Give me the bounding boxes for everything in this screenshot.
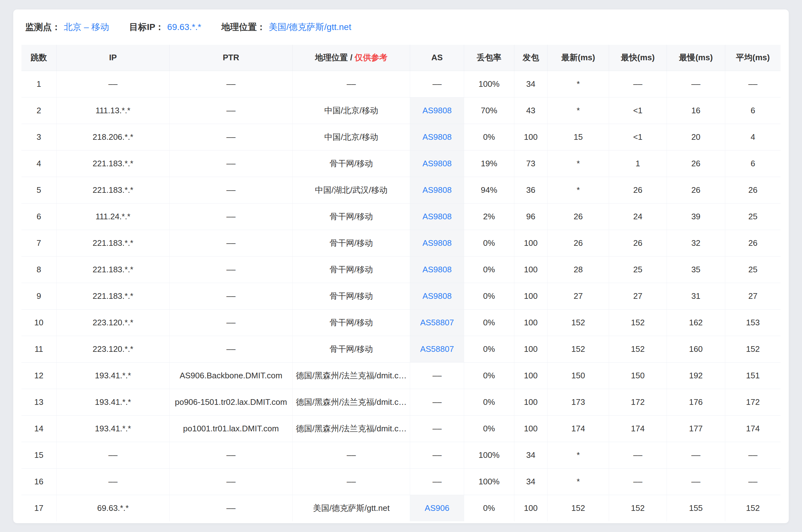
cell-avg: 152 (725, 336, 781, 362)
as-number-link[interactable]: AS58807 (420, 318, 454, 327)
cell-sent: 36 (514, 177, 547, 203)
cell-ip: 69.63.*.* (56, 495, 169, 521)
cell-avg: –– (725, 442, 781, 468)
as-number-link[interactable]: AS9808 (422, 238, 452, 248)
as-number-link[interactable]: AS906 (425, 503, 449, 513)
cell-latest: * (547, 150, 609, 177)
column-header-loss: 丢包率 (464, 45, 514, 71)
cell-ptr: –– (169, 150, 292, 177)
table-row: 3218.206.*.*––中国/北京/移动AS98080%10015<1204 (21, 124, 781, 150)
monitor-point-value[interactable]: 北京 – 移动 (64, 21, 109, 33)
cell-slowest: 26 (667, 177, 725, 203)
column-header-geo-note: 仅供参考 (354, 53, 387, 62)
cell-hop: 10 (21, 309, 56, 336)
cell-as: AS9808 (410, 150, 464, 177)
cell-as: –– (410, 415, 464, 442)
as-number-link[interactable]: AS9808 (422, 106, 452, 115)
cell-sent: 100 (514, 336, 547, 362)
cell-slowest: 176 (667, 389, 725, 415)
cell-ip: –– (56, 442, 169, 468)
column-header-avg: 平均(ms) (725, 45, 781, 71)
cell-sent: 100 (514, 230, 547, 256)
traceroute-table: 跳数 IP PTR 地理位置 / 仅供参考 AS 丢包率 发包 最新(ms) 最… (21, 45, 781, 521)
geo-location-value[interactable]: 美国/德克萨斯/gtt.net (269, 21, 351, 33)
cell-geo: 中国/湖北/武汉/移动 (292, 177, 410, 203)
cell-fastest: 150 (609, 362, 667, 389)
cell-ip: 218.206.*.* (56, 124, 169, 150)
cell-sent: 100 (514, 124, 547, 150)
cell-hop: 16 (21, 468, 56, 495)
cell-loss: 100% (464, 442, 514, 468)
table-row: 16––––––––100%34*–––––– (21, 468, 781, 495)
cell-fastest: 24 (609, 203, 667, 230)
table-row: 2111.13.*.*––中国/北京/移动AS980870%43*<1166 (21, 97, 781, 124)
cell-as: AS9808 (410, 230, 464, 256)
table-row: 8221.183.*.*––骨干网/移动AS98080%10028253525 (21, 256, 781, 283)
cell-avg: 151 (725, 362, 781, 389)
as-number-link[interactable]: AS9808 (422, 159, 452, 168)
table-row: 5221.183.*.*––中国/湖北/武汉/移动AS980894%36*262… (21, 177, 781, 203)
cell-latest: 15 (547, 124, 609, 150)
cell-as: AS58807 (410, 309, 464, 336)
cell-loss: 94% (464, 177, 514, 203)
cell-loss: 0% (464, 389, 514, 415)
cell-geo: –– (292, 442, 410, 468)
cell-avg: 25 (725, 203, 781, 230)
cell-slowest: 39 (667, 203, 725, 230)
cell-latest: 152 (547, 336, 609, 362)
cell-as: AS9808 (410, 124, 464, 150)
target-ip-value[interactable]: 69.63.*.* (167, 22, 201, 32)
table-row: 7221.183.*.*––骨干网/移动AS98080%10026263226 (21, 230, 781, 256)
cell-geo: –– (292, 71, 410, 97)
as-number-link[interactable]: AS9808 (422, 212, 452, 221)
as-number-link[interactable]: AS9808 (422, 291, 452, 301)
as-number-link[interactable]: AS9808 (422, 132, 452, 142)
column-header-slowest: 最慢(ms) (667, 45, 725, 71)
column-header-ip: IP (56, 45, 169, 71)
as-number-link[interactable]: AS9808 (422, 265, 452, 274)
cell-ptr: –– (169, 203, 292, 230)
table-row: 6111.24.*.*––骨干网/移动AS98082%9626243925 (21, 203, 781, 230)
cell-as: AS9808 (410, 177, 464, 203)
cell-latest: 26 (547, 230, 609, 256)
cell-ptr: AS906.Backbone.DMIT.com (169, 362, 292, 389)
cell-latest: 173 (547, 389, 609, 415)
traceroute-card: 监测点： 北京 – 移动 目标IP： 69.63.*.* 地理位置： 美国/德克… (13, 10, 789, 523)
target-ip-group: 目标IP： 69.63.*.* (129, 21, 201, 33)
traceroute-summary-bar: 监测点： 北京 – 移动 目标IP： 69.63.*.* 地理位置： 美国/德克… (21, 10, 781, 45)
cell-avg: 26 (725, 177, 781, 203)
cell-slowest: –– (667, 468, 725, 495)
cell-sent: 73 (514, 150, 547, 177)
cell-ptr: –– (169, 309, 292, 336)
monitor-point-group: 监测点： 北京 – 移动 (25, 21, 109, 33)
cell-avg: –– (725, 71, 781, 97)
cell-loss: 0% (464, 336, 514, 362)
as-number-link[interactable]: AS58807 (420, 344, 454, 354)
cell-as: –– (410, 71, 464, 97)
cell-geo: 德国/黑森州/法兰克福/dmit.c… (292, 362, 410, 389)
cell-ip: –– (56, 468, 169, 495)
cell-latest: 27 (547, 283, 609, 309)
cell-hop: 15 (21, 442, 56, 468)
cell-slowest: –– (667, 442, 725, 468)
cell-loss: 0% (464, 283, 514, 309)
traceroute-table-body: 1––––––––100%34*––––––2111.13.*.*––中国/北京… (21, 71, 781, 521)
cell-ptr: po1001.tr01.lax.DMIT.com (169, 415, 292, 442)
cell-loss: 0% (464, 495, 514, 521)
cell-sent: 96 (514, 203, 547, 230)
cell-ptr: –– (169, 71, 292, 97)
column-header-as: AS (410, 45, 464, 71)
cell-ptr: po906-1501.tr02.lax.DMIT.com (169, 389, 292, 415)
cell-sent: 100 (514, 309, 547, 336)
cell-hop: 13 (21, 389, 56, 415)
cell-loss: 100% (464, 71, 514, 97)
cell-avg: 26 (725, 230, 781, 256)
cell-as: –– (410, 442, 464, 468)
cell-avg: 153 (725, 309, 781, 336)
cell-sent: 34 (514, 71, 547, 97)
cell-latest: 26 (547, 203, 609, 230)
as-number-link[interactable]: AS9808 (422, 185, 452, 195)
cell-hop: 8 (21, 256, 56, 283)
cell-sent: 34 (514, 442, 547, 468)
cell-avg: 27 (725, 283, 781, 309)
